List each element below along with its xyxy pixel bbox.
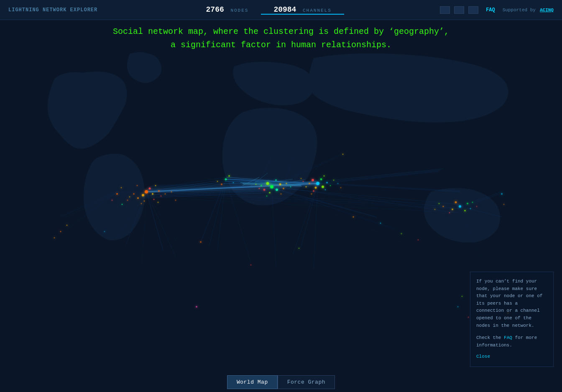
svg-point-138 <box>311 193 312 195</box>
svg-line-85 <box>259 156 272 181</box>
svg-point-171 <box>233 182 234 183</box>
svg-point-90 <box>142 194 144 196</box>
svg-point-144 <box>301 178 302 179</box>
tagline: Social network map, where the clustering… <box>0 25 562 52</box>
svg-line-51 <box>319 170 440 183</box>
svg-point-140 <box>303 181 304 182</box>
grid-icon-3[interactable] <box>468 6 478 14</box>
svg-line-57 <box>271 153 342 187</box>
info-panel-close-btn[interactable]: Close <box>476 354 490 359</box>
svg-point-167 <box>225 178 227 181</box>
svg-point-181 <box>418 239 419 241</box>
svg-point-127 <box>316 182 319 185</box>
svg-point-162 <box>462 296 463 297</box>
svg-point-170 <box>217 181 218 182</box>
svg-point-121 <box>258 188 260 189</box>
svg-point-100 <box>155 185 156 186</box>
svg-point-148 <box>452 209 453 210</box>
faq-link[interactable]: FAQ <box>486 7 495 13</box>
info-panel-text: If you can’t find your node, please make… <box>476 278 547 329</box>
svg-point-166 <box>54 237 55 239</box>
svg-point-164 <box>60 231 61 232</box>
svg-point-129 <box>322 186 324 188</box>
svg-point-152 <box>442 206 444 207</box>
svg-point-169 <box>228 175 230 177</box>
svg-line-86 <box>284 156 293 186</box>
svg-point-163 <box>457 306 459 308</box>
svg-point-105 <box>165 193 166 195</box>
svg-point-178 <box>353 216 354 218</box>
grid-icon-1[interactable] <box>440 6 450 14</box>
svg-point-117 <box>261 185 262 186</box>
svg-line-37 <box>293 183 318 255</box>
svg-line-52 <box>317 172 438 184</box>
connection-lines <box>59 153 506 315</box>
svg-point-172 <box>200 241 202 243</box>
svg-point-157 <box>501 193 503 195</box>
svg-point-116 <box>279 183 281 186</box>
info-panel-faq-link[interactable]: FAQ <box>504 335 512 340</box>
svg-line-75 <box>67 192 117 229</box>
svg-line-55 <box>319 183 461 191</box>
nodes-label: NODES <box>230 8 248 13</box>
svg-point-147 <box>464 210 466 211</box>
svg-point-168 <box>221 183 222 185</box>
svg-point-123 <box>266 196 268 197</box>
svg-line-67 <box>460 192 502 206</box>
svg-point-119 <box>269 192 271 193</box>
svg-point-154 <box>434 209 436 210</box>
svg-line-54 <box>318 183 460 192</box>
svg-point-131 <box>320 178 322 181</box>
svg-point-176 <box>299 248 300 249</box>
svg-point-93 <box>152 193 153 195</box>
svg-point-174 <box>250 265 252 266</box>
svg-point-96 <box>153 199 155 200</box>
svg-point-98 <box>158 190 160 192</box>
svg-point-124 <box>281 193 282 195</box>
svg-point-173 <box>196 306 197 308</box>
svg-point-120 <box>275 179 277 181</box>
svg-point-125 <box>255 184 257 185</box>
svg-line-44 <box>119 194 458 209</box>
header-bar: LIGHTNING NETWORK EXPLORER 2766 NODES 20… <box>0 0 562 20</box>
svg-point-133 <box>326 182 328 183</box>
svg-point-132 <box>309 183 310 184</box>
info-panel: If you can’t find your node, please make… <box>470 272 554 367</box>
svg-point-97 <box>129 196 130 198</box>
svg-point-110 <box>175 200 176 201</box>
svg-line-45 <box>116 190 456 211</box>
svg-line-61 <box>272 188 418 238</box>
svg-point-102 <box>161 196 162 197</box>
tab-force-graph[interactable]: Force Graph <box>278 375 335 389</box>
svg-point-142 <box>337 183 339 184</box>
svg-point-155 <box>472 202 473 203</box>
svg-point-158 <box>503 204 505 205</box>
network-nodes[interactable] <box>54 154 509 322</box>
svg-point-107 <box>116 193 118 195</box>
svg-point-137 <box>330 185 331 186</box>
svg-point-175 <box>104 231 105 232</box>
channels-count: 20984 <box>273 5 296 14</box>
svg-point-115 <box>263 189 266 191</box>
svg-point-145 <box>459 205 461 208</box>
stats-bar: 2766 NODES 20984 CHANNELS <box>194 5 344 15</box>
acinq-link[interactable]: ACINQ <box>540 8 554 13</box>
svg-line-38 <box>125 192 146 246</box>
svg-point-99 <box>141 203 142 204</box>
tab-world-map[interactable]: World Map <box>227 375 278 389</box>
svg-point-111 <box>171 191 172 193</box>
svg-line-69 <box>460 206 502 217</box>
svg-line-42 <box>146 192 188 261</box>
svg-line-66 <box>142 192 146 263</box>
tagline-line1: Social network map, where the clustering… <box>0 25 562 38</box>
grid-icon-2[interactable] <box>454 6 464 14</box>
tagline-line2: a significant factor in human relationsh… <box>0 38 562 52</box>
svg-point-106 <box>158 202 159 203</box>
svg-point-104 <box>127 200 128 201</box>
svg-point-114 <box>276 188 278 191</box>
svg-point-118 <box>283 188 284 189</box>
header-controls: FAQ Supported by ACINQ <box>440 6 554 14</box>
svg-line-62 <box>272 188 401 242</box>
channels-stat: 20984 CHANNELS <box>261 5 344 15</box>
svg-line-13 <box>143 193 268 198</box>
